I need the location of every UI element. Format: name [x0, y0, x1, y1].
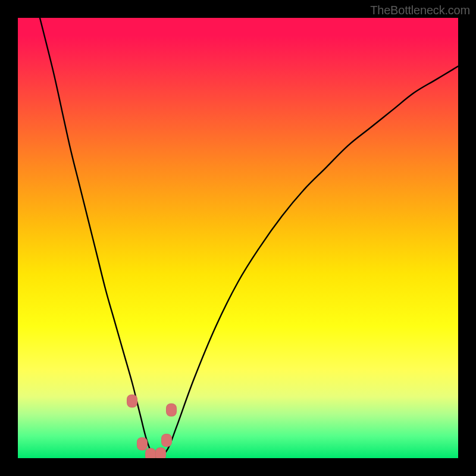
watermark-text: TheBottleneck.com [370, 4, 470, 17]
curve-marker [145, 448, 156, 458]
curve-marker [166, 403, 177, 416]
curve-marker [127, 394, 137, 408]
curve-marker [161, 434, 172, 447]
plot-area [18, 18, 458, 458]
bottleneck-curve [18, 18, 458, 458]
curve-marker [155, 447, 166, 458]
curve-marker [137, 437, 148, 450]
chart-frame: TheBottleneck.com [0, 0, 476, 476]
curve-markers [18, 18, 458, 458]
